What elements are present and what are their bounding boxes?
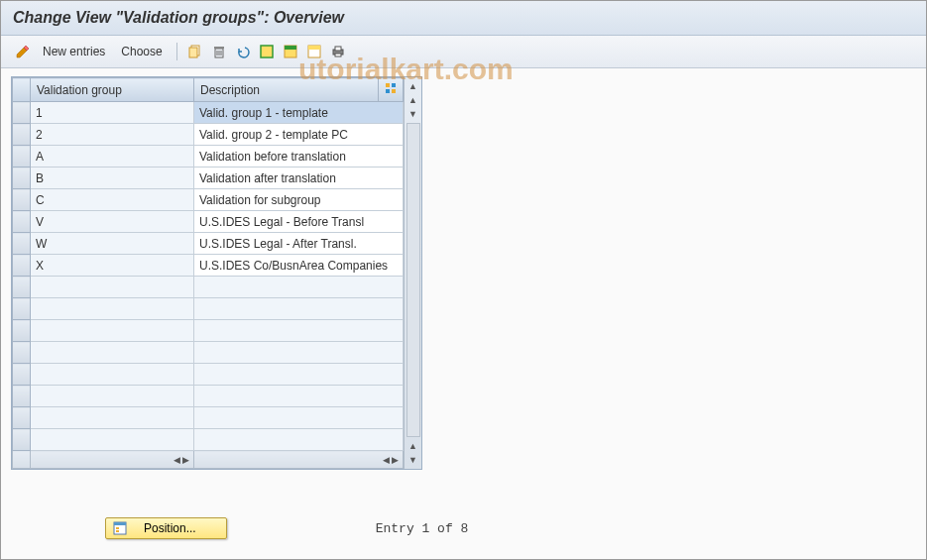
row-selector-handle[interactable]	[13, 211, 31, 233]
table-row-empty[interactable]	[13, 298, 404, 320]
row-selector-handle[interactable]	[13, 124, 31, 146]
cell-description[interactable]	[194, 320, 404, 342]
cell-description[interactable]	[194, 364, 404, 386]
cell-validation-group[interactable]	[31, 320, 194, 342]
select-all-icon[interactable]	[257, 42, 277, 61]
table-row-empty[interactable]	[13, 364, 404, 386]
cell-validation-group[interactable]	[31, 277, 194, 298]
delete-icon[interactable]	[209, 42, 229, 61]
table-row-empty[interactable]	[13, 407, 404, 429]
scroll-down-icon[interactable]: ▼	[406, 107, 420, 121]
print-icon[interactable]	[328, 42, 348, 61]
scroll-down-icon[interactable]: ▼	[406, 453, 420, 467]
row-selector-handle[interactable]	[13, 320, 31, 342]
undo-icon[interactable]	[233, 42, 253, 61]
row-selector-handle[interactable]	[13, 364, 31, 386]
table-row[interactable]: BValidation after translation	[13, 168, 404, 189]
table-row[interactable]: XU.S.IDES Co/BusnArea Companies	[13, 255, 404, 277]
cell-description[interactable]: Valid. group 1 - template	[194, 102, 404, 124]
choose-button[interactable]: Choose	[115, 43, 168, 60]
row-selector-handle[interactable]	[13, 407, 31, 429]
row-selector-handle[interactable]	[13, 146, 31, 168]
table-row[interactable]: 2Valid. group 2 - template PC	[13, 124, 404, 146]
scroll-up-icon[interactable]: ▲	[406, 439, 420, 453]
select-all-rows-handle[interactable]	[13, 78, 31, 102]
position-icon	[112, 520, 128, 536]
position-button[interactable]: Position...	[105, 517, 227, 539]
cell-validation-group[interactable]	[31, 342, 194, 364]
cell-validation-group[interactable]	[31, 429, 194, 451]
row-selector-handle[interactable]	[13, 189, 31, 211]
column-header-description[interactable]: Description	[194, 78, 379, 102]
column-header-group[interactable]: Validation group	[31, 78, 194, 102]
cell-description[interactable]: U.S.IDES Co/BusnArea Companies	[194, 255, 404, 277]
cell-description[interactable]	[194, 407, 404, 429]
svg-rect-16	[392, 83, 396, 87]
svg-rect-18	[392, 89, 396, 93]
cell-description[interactable]: Validation for subgroup	[194, 189, 404, 211]
vertical-scrollbar[interactable]: ▲ ▲ ▼ ▲ ▼	[404, 77, 421, 469]
table-row[interactable]: VU.S.IDES Legal - Before Transl	[13, 211, 404, 233]
cell-validation-group[interactable]: A	[31, 146, 194, 168]
table-row-empty[interactable]	[13, 320, 404, 342]
application-toolbar: New entries Choose	[1, 36, 926, 68]
svg-rect-1	[189, 48, 197, 57]
table-row[interactable]: AValidation before translation	[13, 146, 404, 168]
cell-description[interactable]: Validation after translation	[194, 168, 404, 189]
table-row[interactable]: WU.S.IDES Legal - After Transl.	[13, 233, 404, 255]
table-control: Validation group Description 1Valid. gro…	[11, 76, 422, 470]
cell-validation-group[interactable]: C	[31, 189, 194, 211]
scroll-left-icon[interactable]: ◀	[383, 455, 390, 465]
cell-validation-group[interactable]	[31, 386, 194, 407]
cell-validation-group[interactable]	[31, 298, 194, 320]
cell-validation-group[interactable]: X	[31, 255, 194, 277]
cell-validation-group[interactable]: W	[31, 233, 194, 255]
cell-description[interactable]: Valid. group 2 - template PC	[194, 124, 404, 146]
change-mode-icon[interactable]	[13, 42, 33, 61]
table-row-empty[interactable]	[13, 429, 404, 451]
cell-validation-group[interactable]: 1	[31, 102, 194, 124]
svg-rect-9	[285, 46, 296, 50]
new-entries-button[interactable]: New entries	[37, 43, 111, 60]
scroll-up-icon[interactable]: ▲	[406, 93, 420, 107]
row-selector-handle[interactable]	[13, 342, 31, 364]
scroll-left-icon[interactable]: ◀	[174, 455, 180, 465]
table-row-empty[interactable]	[13, 386, 404, 407]
validation-groups-table: Validation group Description 1Valid. gro…	[12, 77, 404, 469]
scroll-up-icon[interactable]: ▲	[406, 79, 420, 93]
table-settings-icon[interactable]	[379, 78, 404, 102]
table-row[interactable]: CValidation for subgroup	[13, 189, 404, 211]
cell-description[interactable]: U.S.IDES Legal - After Transl.	[194, 233, 404, 255]
cell-description[interactable]	[194, 429, 404, 451]
deselect-all-icon[interactable]	[304, 42, 324, 61]
row-selector-handle[interactable]	[13, 429, 31, 451]
cell-description[interactable]	[194, 277, 404, 298]
cell-description[interactable]: U.S.IDES Legal - Before Transl	[194, 211, 404, 233]
cell-validation-group[interactable]	[31, 364, 194, 386]
scroll-track[interactable]	[406, 123, 420, 437]
row-selector-handle[interactable]	[13, 102, 31, 124]
copy-icon[interactable]	[185, 42, 205, 61]
row-selector-handle[interactable]	[13, 277, 31, 298]
cell-description[interactable]	[194, 386, 404, 407]
scroll-right-icon[interactable]: ▶	[392, 455, 399, 465]
row-selector-handle[interactable]	[13, 168, 31, 189]
row-selector-handle[interactable]	[13, 386, 31, 407]
row-selector-handle[interactable]	[13, 233, 31, 255]
row-selector-handle[interactable]	[13, 298, 31, 320]
row-selector-handle[interactable]	[13, 255, 31, 277]
horizontal-scrollbar[interactable]: ◀ ▶ ◀ ▶	[13, 451, 404, 469]
cell-description[interactable]: Validation before translation	[194, 146, 404, 168]
cell-description[interactable]	[194, 298, 404, 320]
cell-validation-group[interactable]: B	[31, 168, 194, 189]
cell-validation-group[interactable]	[31, 407, 194, 429]
table-row-empty[interactable]	[13, 342, 404, 364]
select-block-icon[interactable]	[281, 42, 300, 61]
table-row[interactable]: 1Valid. group 1 - template	[13, 102, 404, 124]
scroll-right-icon[interactable]: ▶	[182, 455, 189, 465]
cell-description[interactable]	[194, 342, 404, 364]
svg-rect-7	[261, 46, 273, 57]
cell-validation-group[interactable]: 2	[31, 124, 194, 146]
cell-validation-group[interactable]: V	[31, 211, 194, 233]
table-row-empty[interactable]	[13, 277, 404, 298]
